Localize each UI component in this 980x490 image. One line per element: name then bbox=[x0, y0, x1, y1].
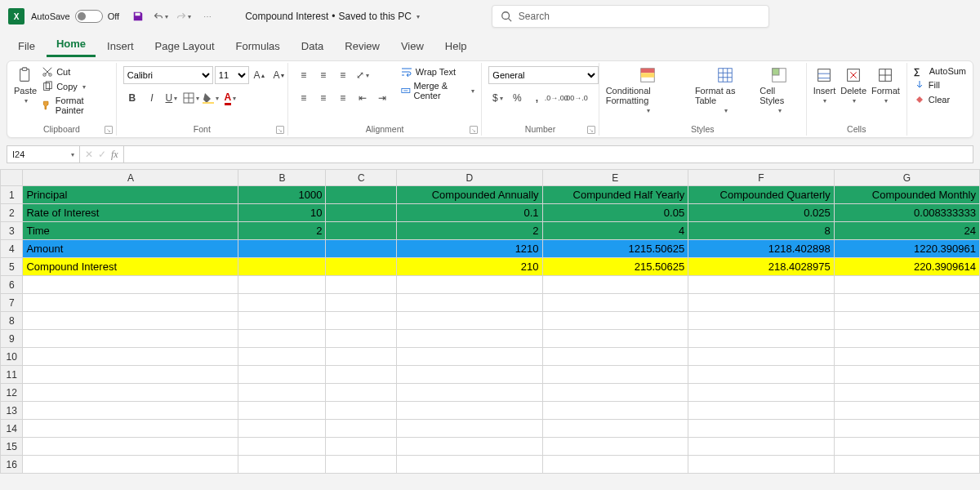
font-name-select[interactable]: Calibri bbox=[123, 66, 213, 84]
cell-A16[interactable] bbox=[23, 456, 238, 474]
cell-G15[interactable] bbox=[834, 438, 979, 456]
fill-button[interactable]: Fill bbox=[914, 79, 966, 91]
cell-A7[interactable] bbox=[23, 294, 238, 312]
dialog-launcher-icon[interactable]: ↘ bbox=[587, 126, 595, 134]
cell-E14[interactable] bbox=[542, 420, 688, 438]
cell-F4[interactable]: 1218.402898 bbox=[688, 240, 835, 258]
cell-B2[interactable]: 10 bbox=[238, 204, 326, 222]
row-header-2[interactable]: 2 bbox=[1, 204, 23, 222]
align-right-button[interactable]: ≡ bbox=[334, 89, 352, 107]
cell-F16[interactable] bbox=[688, 456, 835, 474]
cell-B5[interactable] bbox=[238, 258, 326, 276]
cell-B11[interactable] bbox=[238, 366, 326, 384]
row-header-6[interactable]: 6 bbox=[1, 276, 23, 294]
cell-B7[interactable] bbox=[238, 294, 326, 312]
tab-formulas[interactable]: Formulas bbox=[226, 35, 290, 57]
cell-A1[interactable]: Principal bbox=[23, 186, 238, 204]
autosum-button[interactable]: ∑ AutoSum bbox=[914, 66, 966, 76]
cell-G13[interactable] bbox=[834, 402, 979, 420]
cell-B8[interactable] bbox=[238, 312, 326, 330]
cell-G10[interactable] bbox=[834, 348, 979, 366]
cell-D13[interactable] bbox=[397, 402, 542, 420]
cell-E16[interactable] bbox=[542, 456, 688, 474]
cell-C14[interactable] bbox=[326, 420, 397, 438]
align-top-button[interactable]: ≡ bbox=[295, 66, 313, 84]
row-header-16[interactable]: 16 bbox=[1, 456, 23, 474]
cell-C3[interactable] bbox=[326, 222, 397, 240]
cell-F8[interactable] bbox=[688, 312, 835, 330]
fill-color-button[interactable]: ▾ bbox=[202, 89, 220, 107]
col-header-A[interactable]: A bbox=[23, 170, 238, 186]
cell-C15[interactable] bbox=[326, 438, 397, 456]
comma-format-button[interactable]: , bbox=[528, 89, 546, 107]
enter-formula-icon[interactable]: ✓ bbox=[98, 149, 106, 160]
cell-G5[interactable]: 220.3909614 bbox=[834, 258, 979, 276]
cell-F6[interactable] bbox=[688, 276, 835, 294]
row-header-4[interactable]: 4 bbox=[1, 240, 23, 258]
col-header-F[interactable]: F bbox=[688, 170, 835, 186]
cell-A3[interactable]: Time bbox=[23, 222, 238, 240]
delete-cells-button[interactable]: Delete▾ bbox=[840, 66, 866, 105]
cell-F1[interactable]: Compounded Quarterly bbox=[688, 186, 835, 204]
tab-insert[interactable]: Insert bbox=[97, 35, 144, 57]
percent-format-button[interactable]: % bbox=[508, 89, 526, 107]
insert-cells-button[interactable]: Insert▾ bbox=[813, 66, 836, 105]
row-header-8[interactable]: 8 bbox=[1, 312, 23, 330]
formula-input[interactable] bbox=[124, 145, 973, 163]
cell-G11[interactable] bbox=[834, 366, 979, 384]
font-color-button[interactable]: A▾ bbox=[221, 89, 239, 107]
toggle-switch-icon[interactable] bbox=[75, 10, 103, 23]
cell-B4[interactable] bbox=[238, 240, 326, 258]
clear-button[interactable]: Clear bbox=[914, 94, 966, 105]
cell-D12[interactable] bbox=[397, 384, 542, 402]
cell-A15[interactable] bbox=[23, 438, 238, 456]
cell-B1[interactable]: 1000 bbox=[238, 186, 326, 204]
conditional-formatting-button[interactable]: Conditional Formatting▾ bbox=[606, 66, 690, 114]
cell-G14[interactable] bbox=[834, 420, 979, 438]
font-size-select[interactable]: 11 bbox=[215, 66, 249, 84]
cell-E5[interactable]: 215.50625 bbox=[542, 258, 688, 276]
align-bottom-button[interactable]: ≡ bbox=[334, 66, 352, 84]
cell-B14[interactable] bbox=[238, 420, 326, 438]
align-middle-button[interactable]: ≡ bbox=[314, 66, 332, 84]
cell-B10[interactable] bbox=[238, 348, 326, 366]
cell-E1[interactable]: Compunded Half Yearly bbox=[542, 186, 688, 204]
col-header-B[interactable]: B bbox=[238, 170, 326, 186]
cell-B16[interactable] bbox=[238, 456, 326, 474]
qat-customize-button[interactable]: ⋯ bbox=[199, 9, 214, 24]
tab-view[interactable]: View bbox=[391, 35, 434, 57]
cell-C11[interactable] bbox=[326, 366, 397, 384]
document-title[interactable]: Compound Interest • Saved to this PC ▾ bbox=[245, 11, 420, 22]
name-box[interactable]: I24▾ bbox=[7, 145, 80, 163]
cell-E8[interactable] bbox=[542, 312, 688, 330]
cell-B12[interactable] bbox=[238, 384, 326, 402]
cell-C12[interactable] bbox=[326, 384, 397, 402]
borders-button[interactable]: ▾ bbox=[182, 89, 200, 107]
align-center-button[interactable]: ≡ bbox=[314, 89, 332, 107]
cell-E2[interactable]: 0.05 bbox=[542, 204, 688, 222]
cell-A6[interactable] bbox=[23, 276, 238, 294]
col-header-C[interactable]: C bbox=[326, 170, 397, 186]
cell-C16[interactable] bbox=[326, 456, 397, 474]
format-painter-button[interactable]: Format Painter bbox=[42, 96, 109, 115]
italic-button[interactable]: I bbox=[143, 89, 161, 107]
cell-D14[interactable] bbox=[397, 420, 542, 438]
format-cells-button[interactable]: Format▾ bbox=[871, 66, 900, 105]
dialog-launcher-icon[interactable]: ↘ bbox=[470, 126, 478, 134]
cell-C2[interactable] bbox=[326, 204, 397, 222]
col-header-E[interactable]: E bbox=[542, 170, 688, 186]
increase-decimal-button[interactable]: .0→.00 bbox=[547, 89, 565, 107]
align-left-button[interactable]: ≡ bbox=[295, 89, 313, 107]
format-as-table-button[interactable]: Format as Table▾ bbox=[695, 66, 755, 114]
cell-A12[interactable] bbox=[23, 384, 238, 402]
wrap-text-button[interactable]: Wrap Text bbox=[401, 66, 475, 78]
cell-D10[interactable] bbox=[397, 348, 542, 366]
underline-button[interactable]: U▾ bbox=[163, 89, 180, 107]
cell-A4[interactable]: Amount bbox=[23, 240, 238, 258]
cell-G16[interactable] bbox=[834, 456, 979, 474]
cell-C8[interactable] bbox=[326, 312, 397, 330]
autosave-toggle[interactable]: AutoSave Off bbox=[31, 10, 119, 23]
tab-review[interactable]: Review bbox=[335, 35, 390, 57]
tab-file[interactable]: File bbox=[8, 35, 45, 57]
cell-F14[interactable] bbox=[688, 420, 835, 438]
